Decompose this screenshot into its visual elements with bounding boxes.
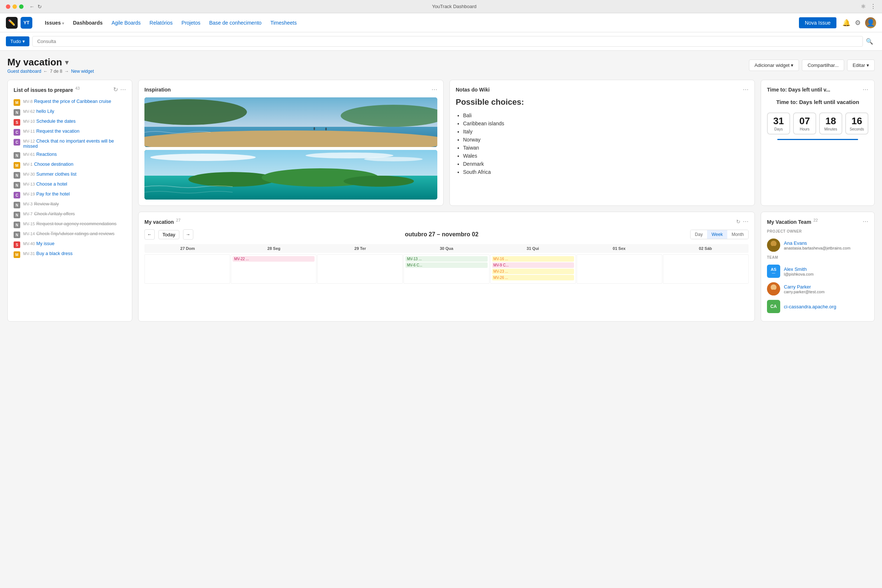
calendar-nav: ← Today → outubro 27 – novembro 02 Day W… xyxy=(144,230,748,240)
more-icon[interactable]: ⋯ xyxy=(743,86,748,93)
alex-email: l@pishkova.com xyxy=(784,272,868,276)
badge-n: N xyxy=(14,109,20,116)
searchbar: Tudo ▾ 🔍 xyxy=(0,32,882,51)
refresh-button[interactable]: ↻ xyxy=(38,4,42,9)
puzzle-icon[interactable]: ⚛ xyxy=(861,3,866,10)
cal-day-button[interactable]: Day xyxy=(690,230,707,239)
svg-point-17 xyxy=(771,285,777,290)
issue-link[interactable]: Summer clothes list xyxy=(36,172,76,177)
cal-week-button[interactable]: Week xyxy=(707,230,727,239)
cal-today-button[interactable]: Today xyxy=(158,230,179,239)
nav-agile[interactable]: Agile Boards xyxy=(108,18,144,28)
navbar: ✏️ YT Issues ▾ Dashboards Agile Boards R… xyxy=(0,13,882,32)
tudo-button[interactable]: Tudo ▾ xyxy=(6,36,29,46)
cal-event[interactable]: MV-22 ... xyxy=(232,256,315,262)
issue-link[interactable]: Buy a black dress xyxy=(36,251,73,256)
cal-event[interactable]: MV-9 C... xyxy=(492,262,574,268)
issue-link[interactable]: Request the price of Caribbean cruise xyxy=(34,99,111,104)
issue-link[interactable]: Choose destination xyxy=(34,162,74,167)
wiki-title: Notas do Wiki xyxy=(456,87,489,93)
avatar-alex: AS— xyxy=(767,265,780,278)
team-title: My Vacation Team 22 xyxy=(767,218,818,225)
cal-day-qui: 31 Qui xyxy=(489,244,576,253)
avatar-ana xyxy=(767,238,780,252)
svg-point-9 xyxy=(150,154,256,161)
calendar-widget: My vacation 27 ↻ ⋯ ← Today → outubro 27 … xyxy=(138,212,755,322)
cal-event[interactable]: MV-16 ... xyxy=(492,256,574,262)
cal-month-button[interactable]: Month xyxy=(727,230,748,239)
nav-right: 🔔 ⚙ 👤 xyxy=(842,17,876,28)
list-item: S MV-40My issue xyxy=(14,240,126,249)
cal-day-qua: 30 Qua xyxy=(404,244,490,253)
browser-toolbar-right: ⚛ ⋮ xyxy=(861,3,876,10)
more-icon[interactable]: ⋯ xyxy=(432,86,437,93)
menu-icon[interactable]: ⋮ xyxy=(870,3,876,10)
badge-m: M xyxy=(14,251,20,258)
alex-name[interactable]: Alex Smith xyxy=(784,266,868,272)
nova-issue-button[interactable]: Nova Issue xyxy=(799,17,836,28)
search-input[interactable] xyxy=(32,36,863,46)
nav-projetos[interactable]: Projetos xyxy=(178,18,204,28)
issue-link[interactable]: Reactions xyxy=(36,152,57,157)
issue-link[interactable]: Request the vacation xyxy=(36,129,80,134)
badge-n: N xyxy=(14,212,20,218)
nav-timesheets[interactable]: Timesheets xyxy=(267,18,301,28)
inspiration-title: Inspiration xyxy=(144,87,171,93)
issue-link[interactable]: Review Italy xyxy=(34,201,59,207)
nav-relatorios[interactable]: Relatórios xyxy=(146,18,176,28)
issue-link[interactable]: Choose a hotel xyxy=(36,182,67,187)
list-item: N MV-30Summer clothes list xyxy=(14,170,126,180)
search-button[interactable]: 🔍 xyxy=(863,36,876,46)
days-box: 31 Days xyxy=(767,112,790,135)
cal-event[interactable]: MV-26 ... xyxy=(492,275,574,280)
carry-name[interactable]: Carry Parker xyxy=(784,284,868,290)
cal-day-sex: 01 Sex xyxy=(576,244,662,253)
badge-m: M xyxy=(14,99,20,106)
title-chevron-icon[interactable]: ▾ xyxy=(65,58,68,66)
ca-name[interactable]: ci-cassandra.apache.org xyxy=(784,304,868,309)
guest-dashboard-link[interactable]: Guest dashboard xyxy=(8,69,41,74)
user-avatar[interactable]: 👤 xyxy=(865,17,876,28)
refresh-icon[interactable]: ↻ xyxy=(113,86,118,93)
bell-icon[interactable]: 🔔 xyxy=(842,19,850,27)
cal-event[interactable]: MV-6 C... xyxy=(405,262,487,268)
cal-cell-sab xyxy=(663,254,748,284)
nav-conhecimento[interactable]: Base de conhecimento xyxy=(206,18,265,28)
issue-link[interactable]: Check TripAdvisor ratings and reviews xyxy=(36,231,115,236)
badge-n: N xyxy=(14,172,20,178)
cal-next-button[interactable]: → xyxy=(183,230,193,240)
issue-link[interactable]: hello Lily xyxy=(36,109,54,114)
owner-name[interactable]: Ana Evans xyxy=(784,240,868,246)
cal-cell-qui: MV-16 ... MV-9 C... MV-23 ... MV-26 ... xyxy=(490,254,576,284)
issue-link[interactable]: Request tour agency recommendations xyxy=(36,221,117,226)
minimize-dot[interactable] xyxy=(12,4,17,9)
app-logo[interactable]: YT xyxy=(21,17,32,28)
new-widget-link[interactable]: New widget xyxy=(71,69,94,74)
cal-event[interactable]: MV-23 ... xyxy=(492,268,574,274)
more-icon[interactable]: ⋯ xyxy=(743,218,748,225)
back-button[interactable]: ← xyxy=(29,4,34,9)
wiki-item: Taiwan xyxy=(463,144,748,152)
cal-prev-button[interactable]: ← xyxy=(144,230,155,240)
refresh-icon[interactable]: ↻ xyxy=(736,219,741,225)
nav-issues[interactable]: Issues ▾ xyxy=(41,18,68,28)
issue-link[interactable]: Check AirItaly offers xyxy=(34,212,75,216)
list-item: N MV-14Check TripAdvisor ratings and rev… xyxy=(14,230,126,240)
add-widget-button[interactable]: Adicionar widget ▾ xyxy=(749,60,799,71)
issue-link[interactable]: Pay for the hotel xyxy=(36,192,70,196)
gear-icon[interactable]: ⚙ xyxy=(855,19,861,27)
more-icon[interactable]: ⋯ xyxy=(862,218,868,225)
close-dot[interactable] xyxy=(6,4,10,9)
more-icon[interactable]: ⋯ xyxy=(120,86,126,93)
cal-event[interactable]: MV-13 ... xyxy=(405,256,487,262)
issue-link[interactable]: My issue xyxy=(36,241,54,246)
more-icon[interactable]: ⋯ xyxy=(862,86,868,93)
share-button[interactable]: Compartilhar... xyxy=(802,60,844,71)
svg-point-6 xyxy=(325,128,327,130)
hours-value: 07 xyxy=(800,116,810,126)
nav-dashboards[interactable]: Dashboards xyxy=(69,18,106,28)
edit-button[interactable]: Editar ▾ xyxy=(847,60,874,71)
issue-link[interactable]: Check that no important events will be m… xyxy=(23,138,114,149)
issue-link[interactable]: Schedule the dates xyxy=(36,119,76,124)
maximize-dot[interactable] xyxy=(19,4,24,9)
